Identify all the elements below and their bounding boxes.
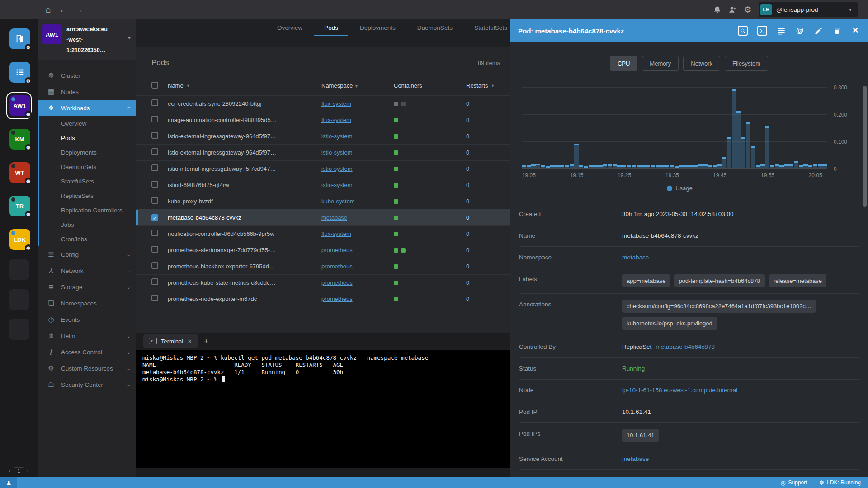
row-checkbox[interactable] xyxy=(151,295,158,301)
chart-legend[interactable]: Usage xyxy=(522,185,838,192)
detail-badge[interactable]: 10.1.61.41 xyxy=(622,429,659,442)
invite-user-icon[interactable] xyxy=(728,5,737,14)
namespace-link[interactable]: istio-system xyxy=(321,182,353,188)
hotbar-item-catalog[interactable]: ⚙ xyxy=(6,59,32,86)
namespace-link[interactable]: flux-system xyxy=(321,230,351,237)
scrollbar[interactable] xyxy=(863,86,867,207)
detail-badge[interactable]: release=metabase xyxy=(769,274,826,287)
notifications-icon[interactable] xyxy=(712,5,722,14)
cluster-picker[interactable]: AW1 arn:aws:eks:eu-west-1:210226350… ▼ xyxy=(38,19,136,60)
sidebar-item-access-control[interactable]: ⚷Access Control⌄ xyxy=(38,344,136,360)
detail-link[interactable]: metabase-b4b64c878 xyxy=(656,342,715,352)
hotbar-item-km[interactable]: KM☸ xyxy=(6,126,32,153)
row-checkbox[interactable] xyxy=(151,230,158,236)
sidebar-item-statefulsets[interactable]: StatefulSets xyxy=(39,174,136,188)
namespace-link[interactable]: kube-system xyxy=(321,198,355,205)
pod-logs-icon[interactable] xyxy=(777,26,786,35)
table-row[interactable]: ecr-credentials-sync-28092240-bttgjflux-… xyxy=(136,95,510,112)
sort-caret-icon[interactable]: ▼ xyxy=(186,84,190,88)
tab-statefulsets[interactable]: StatefulSets xyxy=(464,19,510,36)
row-checkbox[interactable] xyxy=(151,164,158,171)
table-row[interactable]: kube-proxy-hvzdfkube-system0 xyxy=(136,193,510,209)
delete-icon[interactable] xyxy=(832,26,841,35)
sort-caret-icon[interactable]: ▼ xyxy=(491,84,495,88)
close-icon[interactable]: ✕ xyxy=(851,26,860,35)
tab-daemonsets[interactable]: DaemonSets xyxy=(407,19,462,36)
namespace-link[interactable]: prometheus xyxy=(321,263,353,270)
pod-shell-icon[interactable] xyxy=(757,26,767,36)
table-row[interactable]: prometheus-blackbox-exporter-6795dd…prom… xyxy=(136,258,510,274)
row-checkbox[interactable] xyxy=(151,148,158,155)
namespace-link[interactable]: flux-system xyxy=(321,117,351,123)
tab-deployments[interactable]: Deployments xyxy=(350,19,406,36)
table-row[interactable]: image-automation-controller-f988895d5…fl… xyxy=(136,112,510,128)
table-row[interactable]: prometheus-alertmanager-7dd779cf55-…prom… xyxy=(136,242,510,258)
terminal-tab[interactable]: >_ Terminal ✕ xyxy=(143,334,198,348)
sidebar-item-jobs[interactable]: Jobs xyxy=(39,217,136,232)
namespace-link[interactable]: istio-system xyxy=(321,149,353,156)
cluster-status[interactable]: ☸ LDK: Running xyxy=(819,479,861,486)
table-row[interactable]: ✓metabase-b4b64c878-cvvkzmetabase0 xyxy=(136,209,510,225)
account-selector[interactable]: LE @lensapp-prod ▼ xyxy=(759,2,858,17)
edit-icon[interactable] xyxy=(814,26,823,35)
detail-badge[interactable]: app=metabase xyxy=(622,274,670,287)
namespace-link[interactable]: istio-system xyxy=(321,133,353,140)
sidebar-item-namespaces[interactable]: ❏Namespaces xyxy=(38,295,136,311)
hotbar-item-ldk[interactable]: LDK☸ xyxy=(6,226,32,253)
sidebar-item-network[interactable]: ⅄Network⌄ xyxy=(38,263,136,279)
hotbar-item-tr[interactable]: TR☸ xyxy=(6,192,32,220)
row-checkbox[interactable] xyxy=(151,278,158,285)
table-row[interactable]: prometheus-kube-state-metrics-c8cddc…pro… xyxy=(136,274,510,291)
detail-link[interactable]: metabase xyxy=(622,253,649,262)
metric-tab-filesystem[interactable]: Filesystem xyxy=(725,56,768,71)
sidebar-item-nodes[interactable]: ▦Nodes xyxy=(38,84,136,100)
sidebar-item-workloads[interactable]: ❖Workloads⌃ xyxy=(38,100,136,116)
sidebar-item-deployments[interactable]: Deployments xyxy=(39,145,136,160)
forward-icon[interactable]: → xyxy=(71,5,87,15)
detail-link[interactable]: metabase xyxy=(622,454,649,464)
namespace-link[interactable]: prometheus xyxy=(321,247,353,253)
user-mode-button[interactable] xyxy=(0,477,17,488)
select-all-checkbox[interactable] xyxy=(151,82,158,89)
row-checkbox[interactable] xyxy=(151,246,158,253)
pod-evict-icon[interactable]: @ xyxy=(795,26,804,35)
hotbar-prev-icon[interactable]: ‹ xyxy=(9,468,11,474)
sidebar-item-events[interactable]: ◷Events xyxy=(38,311,136,328)
table-row[interactable]: istiod-69f876bf75-qf4rwistio-system0 xyxy=(136,177,510,193)
row-checkbox[interactable] xyxy=(151,132,158,139)
terminal-output[interactable]: miska@Miskas-MBP-2 ~ % kubectl get pod m… xyxy=(136,350,510,468)
metric-tab-memory[interactable]: Memory xyxy=(642,56,679,71)
detail-badge[interactable]: kubernetes.io/psp=eks.privileged xyxy=(622,317,717,330)
table-row[interactable]: istio-external-ingressgateway-964d5f97…i… xyxy=(136,144,510,160)
sort-caret-icon[interactable]: ▼ xyxy=(354,84,359,89)
hotbar-item-aw1[interactable]: AW1☸ xyxy=(6,92,32,119)
row-checkbox[interactable] xyxy=(151,181,158,188)
sidebar-item-replicasets[interactable]: ReplicaSets xyxy=(39,188,136,203)
metric-tab-cpu[interactable]: CPU xyxy=(610,56,637,71)
tab-pods[interactable]: Pods xyxy=(314,19,348,36)
new-terminal-button[interactable]: + xyxy=(204,337,209,346)
hotbar-item-wt[interactable]: WT☸ xyxy=(6,159,32,186)
namespace-link[interactable]: istio-system xyxy=(321,165,353,172)
namespace-link[interactable]: prometheus xyxy=(321,279,353,286)
namespace-link[interactable]: metabase xyxy=(321,214,347,221)
sidebar-item-cluster[interactable]: ☸Cluster xyxy=(38,67,136,84)
table-row[interactable]: notification-controller-86d4cb566b-9pr5w… xyxy=(136,225,510,242)
support-link[interactable]: ◎ Support xyxy=(780,479,807,486)
hotbar-next-icon[interactable]: › xyxy=(27,468,29,474)
detail-badge[interactable]: pod-template-hash=b4b64c878 xyxy=(674,274,764,287)
sidebar-item-daemonsets[interactable]: DaemonSets xyxy=(39,160,136,174)
sidebar-item-config[interactable]: ☰Config⌄ xyxy=(38,246,136,263)
settings-gear-icon[interactable]: ⚙ xyxy=(743,5,752,14)
row-checkbox[interactable] xyxy=(151,262,158,269)
sidebar-item-overview[interactable]: Overview xyxy=(39,116,136,131)
table-row[interactable]: istio-external-ingressgateway-964d5f97…i… xyxy=(136,128,510,144)
hotbar-item-lens-app[interactable]: ⚙ xyxy=(6,25,32,52)
detail-badge[interactable]: checksum/config=96c34cc8698ca22e7464a1a1… xyxy=(622,300,816,313)
sidebar-item-security-center[interactable]: ☖Security Center⌄ xyxy=(38,376,136,393)
home-icon[interactable]: ⌂ xyxy=(41,5,56,15)
tab-overview[interactable]: Overview xyxy=(267,19,312,36)
row-checkbox[interactable]: ✓ xyxy=(151,214,158,221)
sidebar-item-storage[interactable]: ≣Storage⌄ xyxy=(38,279,136,295)
sidebar-item-custom-resources[interactable]: ⚙Custom Resources⌄ xyxy=(38,360,136,376)
